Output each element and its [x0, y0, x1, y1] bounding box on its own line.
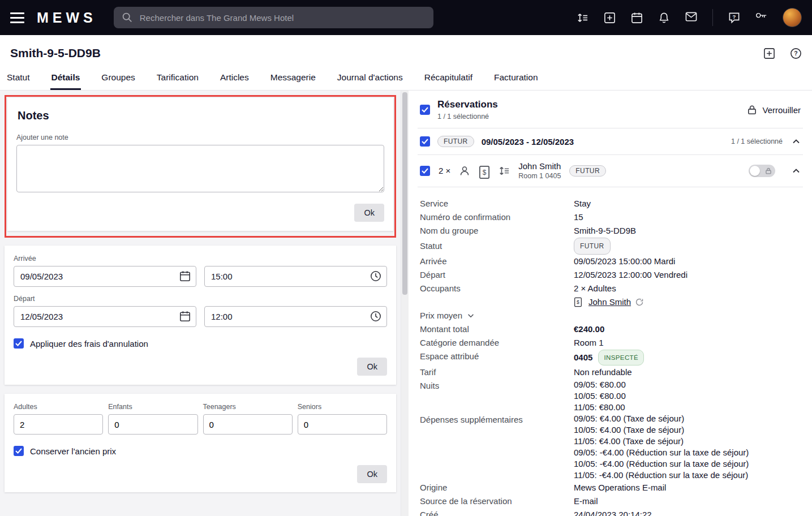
detail-row-group-name: Nom du groupe Smith-9-5-DD9B — [420, 224, 801, 238]
global-search[interactable] — [114, 7, 433, 28]
svg-text:?: ? — [794, 50, 797, 57]
tab-groupes[interactable]: Groupes — [100, 68, 136, 90]
cancellation-fee-checkbox[interactable] — [14, 338, 24, 349]
keys-icon[interactable] — [755, 12, 767, 24]
select-all-checkbox[interactable] — [420, 105, 430, 115]
reservations-title: Réservations — [437, 99, 498, 110]
occupancy-card: Adultes Enfants Teenagers Seniors — [5, 394, 396, 492]
question-circle-icon[interactable]: ? — [790, 48, 802, 59]
chevron-up-icon[interactable] — [792, 166, 801, 175]
mail-icon[interactable] — [685, 12, 697, 24]
teenagers-label: Teenagers — [203, 403, 293, 411]
departure-label: Départ — [14, 295, 387, 303]
search-icon — [122, 12, 134, 24]
detail-row-origin: Origine Mews Operations E-mail — [420, 481, 801, 494]
detail-row-arrival: Arrivée 09/05/2023 15:00:00 Mardi — [420, 255, 801, 268]
detail-row-total-amount: Montant total €240.00 — [420, 322, 801, 336]
departure-date-input[interactable] — [14, 306, 196, 327]
invoice-icon[interactable]: $ — [574, 297, 584, 307]
calendar-icon[interactable] — [631, 12, 643, 24]
calendar-icon[interactable] — [179, 270, 191, 282]
seniors-label: Seniors — [298, 403, 387, 411]
children-input[interactable] — [108, 414, 197, 435]
group-checkbox[interactable] — [420, 136, 430, 147]
arrival-date-input[interactable] — [14, 266, 196, 287]
occupants-value: 2 × Adultes — [574, 282, 643, 295]
tab-journal-actions[interactable]: Journal d'actions — [336, 68, 404, 90]
adults-label: Adultes — [14, 403, 103, 411]
seniors-input[interactable] — [298, 414, 387, 435]
keep-price-checkbox[interactable] — [14, 446, 24, 456]
guest-link[interactable]: John Smith — [588, 295, 631, 309]
reservation-checkbox[interactable] — [420, 166, 430, 176]
group-status-badge: FUTUR — [437, 136, 474, 147]
toggle-knob — [750, 166, 760, 176]
adults-input[interactable] — [14, 414, 103, 435]
departure-time-input[interactable] — [204, 306, 387, 327]
note-input[interactable] — [16, 145, 384, 192]
add-reservation-icon[interactable] — [763, 48, 775, 59]
lock-icon — [765, 167, 772, 174]
help-icon[interactable]: ? — [728, 12, 740, 24]
reservation-details: Service Stay Numéro de confirmation 15 N… — [418, 187, 803, 516]
inspected-badge: INSPECTÉ — [598, 350, 644, 366]
rate-queue-icon[interactable] — [499, 165, 510, 177]
reservations-panel: Réservations 1 / 1 sélectionné Verrouill… — [409, 91, 812, 516]
svg-text:?: ? — [733, 13, 736, 19]
guest-room: Room 1 0405 — [518, 172, 561, 180]
reservation-row: 2 × $ John Smith Room 1 0405 FUTUR — [418, 155, 803, 187]
teenagers-input[interactable] — [203, 414, 293, 435]
loop-icon[interactable] — [635, 298, 643, 306]
lock-icon — [747, 105, 757, 115]
chevron-up-icon[interactable] — [792, 137, 801, 146]
notes-card: Notes Ajouter une note Ok — [7, 98, 393, 231]
tab-bar: Statut Détails Groupes Tarification Arti… — [0, 68, 812, 91]
detail-row-average-price: Prix moyen — [420, 309, 801, 322]
occupancy-ok-button[interactable]: Ok — [357, 465, 387, 483]
lock-toggle[interactable] — [749, 165, 775, 177]
add-icon[interactable] — [604, 12, 616, 24]
arrival-time-input[interactable] — [204, 266, 387, 287]
vertical-scrollbar[interactable] — [401, 91, 409, 516]
annotation-highlight: Notes Ajouter une note Ok — [5, 95, 396, 238]
tab-statut[interactable]: Statut — [6, 68, 31, 90]
search-input[interactable] — [140, 13, 426, 23]
reservations-header: Réservations 1 / 1 sélectionné Verrouill… — [418, 91, 803, 128]
average-price-toggle[interactable]: Prix moyen — [420, 309, 574, 322]
invoice-icon[interactable]: $ — [479, 165, 490, 177]
queue-icon[interactable] — [577, 12, 588, 24]
notifications-icon[interactable] — [658, 12, 670, 24]
group-date-range: 09/05/2023 - 12/05/2023 — [482, 137, 574, 147]
detail-row-nights: Nuits 09/05: €80.00 10/05: €80.00 11/05:… — [420, 379, 801, 413]
calendar-icon[interactable] — [179, 311, 191, 322]
lock-button[interactable]: Verrouiller — [747, 105, 801, 115]
svg-text:$: $ — [577, 299, 579, 305]
tab-tarification[interactable]: Tarification — [156, 68, 200, 90]
notes-ok-button[interactable]: Ok — [354, 204, 384, 222]
arrival-label: Arrivée — [14, 255, 387, 263]
note-field-label: Ajouter une note — [16, 134, 384, 141]
user-avatar[interactable] — [783, 8, 802, 27]
detail-row-status: Statut FUTUR — [420, 238, 801, 255]
person-icon[interactable] — [459, 165, 470, 177]
tab-facturation[interactable]: Facturation — [493, 68, 539, 90]
clock-icon[interactable] — [370, 270, 381, 282]
tab-articles[interactable]: Articles — [219, 68, 250, 90]
scrollbar-thumb[interactable] — [402, 92, 407, 295]
topbar-divider — [712, 9, 713, 26]
notes-title: Notes — [18, 109, 383, 122]
left-panel: Notes Ajouter une note Ok Arrivée — [0, 91, 401, 516]
detail-row-service: Service Stay — [420, 197, 801, 210]
detail-row-booking-source: Source de la réservation E-mail — [420, 494, 801, 508]
lock-label: Verrouiller — [762, 105, 801, 115]
tab-messagerie[interactable]: Messagerie — [269, 68, 317, 90]
tab-recapitulatif[interactable]: Récapitulatif — [423, 68, 474, 90]
tab-details[interactable]: Détails — [50, 68, 81, 90]
space-number: 0405 — [574, 352, 592, 362]
clock-icon[interactable] — [370, 311, 381, 322]
topbar: MEWS ? — [0, 0, 812, 35]
detail-row-departure: Départ 12/05/2023 12:00:00 Vendredi — [420, 268, 801, 282]
children-label: Enfants — [108, 403, 197, 411]
hamburger-menu-icon[interactable] — [10, 12, 24, 23]
dates-ok-button[interactable]: Ok — [357, 358, 387, 376]
